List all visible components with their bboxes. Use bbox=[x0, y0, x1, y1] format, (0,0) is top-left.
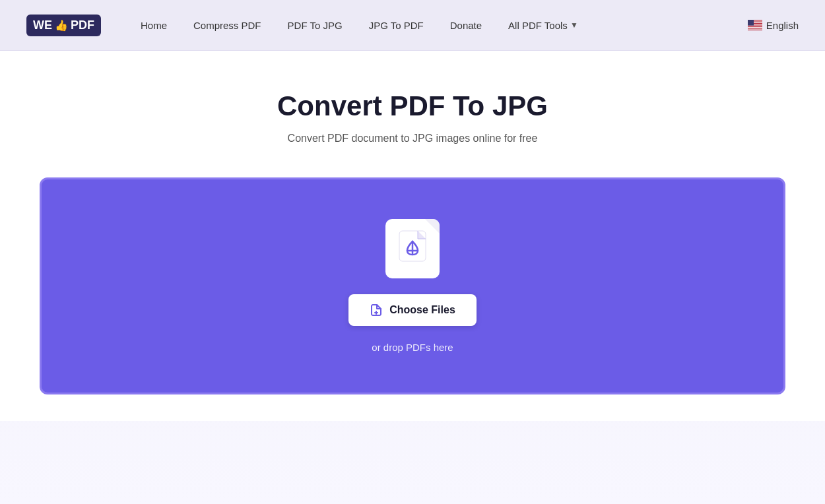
drop-zone[interactable]: Choose Files or drop PDFs here bbox=[40, 177, 785, 394]
language-label: English bbox=[766, 20, 799, 31]
choose-files-button[interactable]: Choose Files bbox=[348, 294, 477, 326]
main-content: Convert PDF To JPG Convert PDF document … bbox=[0, 51, 825, 421]
logo[interactable]: WE 👍 PDF bbox=[26, 15, 101, 36]
main-nav: Home Compress PDF PDF To JPG JPG To PDF … bbox=[141, 20, 748, 31]
drop-text: or drop PDFs here bbox=[372, 342, 453, 353]
nav-home[interactable]: Home bbox=[141, 20, 167, 31]
svg-rect-7 bbox=[748, 20, 754, 26]
page-subtitle: Convert PDF document to JPG images onlin… bbox=[288, 133, 538, 144]
nav-donate[interactable]: Donate bbox=[450, 20, 482, 31]
svg-rect-5 bbox=[748, 27, 762, 28]
choose-files-label: Choose Files bbox=[389, 304, 455, 316]
nav-all-pdf-tools[interactable]: All PDF Tools ▼ bbox=[508, 20, 578, 31]
file-plus-icon bbox=[370, 303, 383, 317]
chevron-down-icon: ▼ bbox=[570, 20, 578, 30]
logo-pdf: PDF bbox=[71, 18, 94, 32]
language-selector[interactable]: English bbox=[748, 20, 799, 31]
flag-us-icon bbox=[748, 20, 762, 30]
pdf-acrobat-icon bbox=[398, 230, 427, 268]
logo-we: WE bbox=[33, 18, 52, 32]
logo-thumb-icon: 👍 bbox=[55, 19, 68, 32]
svg-rect-6 bbox=[748, 29, 762, 30]
nav-jpg-to-pdf[interactable]: JPG To PDF bbox=[369, 20, 424, 31]
page-title: Convert PDF To JPG bbox=[277, 90, 548, 122]
site-header: WE 👍 PDF Home Compress PDF PDF To JPG JP… bbox=[0, 0, 825, 51]
pdf-file-icon bbox=[385, 219, 440, 278]
nav-compress-pdf[interactable]: Compress PDF bbox=[193, 20, 261, 31]
nav-pdf-to-jpg[interactable]: PDF To JPG bbox=[288, 20, 343, 31]
svg-rect-4 bbox=[748, 26, 762, 26]
